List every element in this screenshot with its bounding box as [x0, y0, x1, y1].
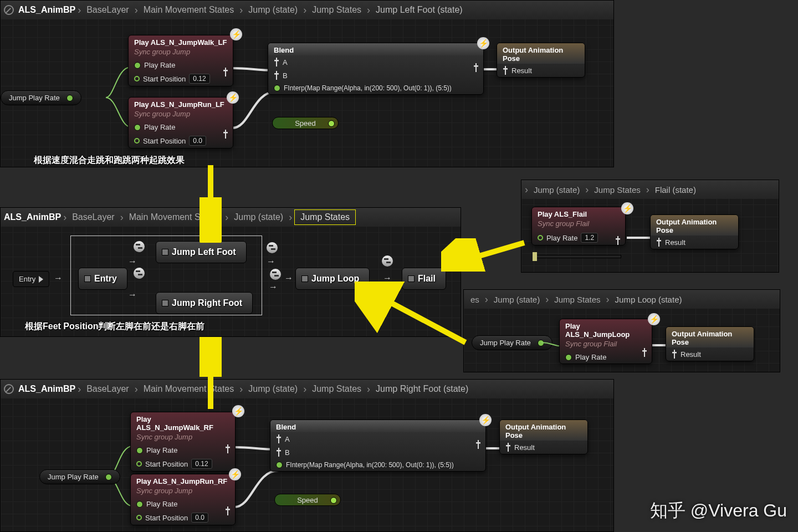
crumb-jumpstates[interactable]: Jump States: [591, 184, 643, 196]
node-output-pose[interactable]: Output Animation Pose Result: [497, 43, 585, 78]
pin-in[interactable]: [276, 462, 283, 468]
crumb-loop[interactable]: Jump Loop (state): [612, 294, 686, 305]
breadcrumb-sm[interactable]: ALS_AnimBP › BaseLayer › Main Movement S…: [1, 208, 461, 227]
pose-icon: [276, 448, 282, 457]
crumb-rf[interactable]: Jump Right Foot (state): [372, 383, 472, 395]
node-play-walk-lf[interactable]: Play ALS_N_JumpWalk_LF Sync group Jump P…: [128, 35, 233, 86]
breadcrumb-rf[interactable]: ALS_AnimBP › BaseLayer › Main Movement S…: [1, 380, 613, 398]
node-play-run-lf[interactable]: Play ALS_N_JumpRun_LF Sync group Jump Pl…: [128, 97, 233, 149]
pin-in[interactable]: [538, 235, 543, 241]
value-box[interactable]: 0.12: [189, 74, 209, 84]
fastpath-icon: ⚡: [477, 37, 489, 49]
state-jump-left-foot[interactable]: Jump Left Foot: [156, 241, 247, 263]
var-jump-play-rate[interactable]: Jump Play Rate: [472, 335, 553, 350]
pin-in[interactable]: [134, 76, 140, 81]
var-jump-play-rate[interactable]: Jump Play Rate: [39, 469, 120, 484]
crumb-root[interactable]: ALS_AnimBP: [18, 384, 75, 394]
value-box[interactable]: 1.2: [581, 233, 598, 243]
pin-out[interactable]: [538, 340, 544, 346]
pin-in[interactable]: [136, 461, 142, 467]
node-play-loop[interactable]: Play ALS_N_JumpLoop Sync group Flail Pla…: [559, 319, 652, 364]
pin-in[interactable]: [134, 124, 141, 131]
pin-label: A: [285, 435, 290, 443]
crumb-jumpstates[interactable]: Jump States: [309, 4, 365, 16]
crumb-mms[interactable]: Main Movement States: [140, 4, 238, 16]
crumb-root[interactable]: ALS_AnimBP: [18, 5, 75, 15]
blueprint-icon: [4, 384, 14, 394]
pin-in[interactable]: [134, 62, 141, 69]
breadcrumb-flail[interactable]: › Jump (state) › Jump States › Flail (st…: [521, 180, 779, 199]
node-output-pose[interactable]: Output Animation Pose Result: [666, 326, 754, 361]
crumb-mms[interactable]: Main Movement States: [140, 383, 238, 395]
node-title: Output Animation Pose: [497, 43, 585, 64]
node-play-walk-rf[interactable]: Play ALS_N_JumpWalk_RF Sync group Jump P…: [130, 412, 236, 472]
node-subtitle: Sync group Flail: [560, 340, 652, 351]
node-play-flail[interactable]: Play ALS_Flail Sync group Flail Play Rat…: [531, 207, 626, 245]
crumb-jumpstates-highlight[interactable]: Jump States: [294, 209, 356, 225]
crumb-base[interactable]: BaseLayer: [83, 4, 132, 16]
state-flail[interactable]: Flail: [402, 268, 446, 290]
crumb-jumpstates[interactable]: Jump States: [551, 294, 603, 305]
node-blend[interactable]: Blend A B FInterp(Map Range(Alpha, in(20…: [268, 43, 484, 95]
pin-in[interactable]: [136, 515, 142, 520]
entry-tab[interactable]: Entry: [13, 271, 49, 287]
var-speed[interactable]: Speed: [274, 494, 341, 506]
state-entry[interactable]: Entry: [78, 268, 127, 290]
value-box[interactable]: 0.0: [189, 136, 206, 146]
breadcrumb-loop[interactable]: es › Jump (state) › Jump States › Jump L…: [464, 290, 780, 309]
crumb-jumpstates[interactable]: Jump States: [309, 383, 365, 395]
transition-icon[interactable]: [134, 241, 145, 252]
pin-in[interactable]: [136, 447, 143, 454]
pin-label: Play Rate: [144, 61, 175, 69]
transition-icon[interactable]: [267, 242, 278, 253]
var-jump-play-rate[interactable]: Jump Play Rate: [1, 90, 81, 105]
timeline-slider[interactable]: [533, 255, 621, 258]
chevron-icon: ›: [303, 383, 306, 395]
node-output-pose[interactable]: Output Animation Pose Result: [499, 420, 588, 454]
crumb-jump[interactable]: Jump (state): [530, 184, 583, 196]
crumb-jump[interactable]: Jump (state): [245, 383, 301, 395]
crumb-lf[interactable]: Jump Left Foot (state): [372, 4, 466, 16]
node-title: Play ALS_N_JumpLoop: [560, 319, 652, 340]
annotation-mid: 根据Feet Position判断左脚在前还是右脚在前: [25, 321, 204, 332]
state-jump-loop[interactable]: Jump Loop: [295, 268, 370, 290]
node-title: Blend: [268, 43, 483, 55]
pin-out[interactable]: [66, 95, 73, 101]
value-box[interactable]: 0.0: [191, 513, 208, 523]
panel-flail: › Jump (state) › Jump States › Flail (st…: [521, 180, 779, 273]
var-speed[interactable]: Speed: [272, 117, 339, 129]
transition-icon[interactable]: [270, 269, 281, 280]
node-subtitle: Sync group Jump: [131, 487, 235, 498]
crumb-flail[interactable]: Flail (state): [652, 184, 699, 196]
crumb-jump[interactable]: Jump (state): [245, 4, 301, 16]
pin-in[interactable]: [134, 138, 140, 144]
transition-icon[interactable]: [134, 268, 145, 279]
timeline-thumb[interactable]: [533, 252, 537, 261]
state-jump-right-foot[interactable]: Jump Right Foot: [156, 292, 253, 314]
crumb-root[interactable]: ALS_AnimBP: [4, 212, 61, 222]
node-title: Play ALS_Flail: [532, 207, 625, 219]
value-box[interactable]: 0.12: [191, 459, 212, 469]
node-output-pose[interactable]: Output Animation Pose Result: [650, 214, 739, 249]
pin-in[interactable]: [565, 354, 572, 361]
breadcrumb-lf[interactable]: ALS_AnimBP › BaseLayer › Main Movement S…: [1, 1, 613, 19]
pin-label: Play Rate: [144, 123, 175, 131]
pin-label: Start Position: [143, 137, 186, 145]
pin-label: Play Rate: [575, 353, 606, 361]
node-play-run-rf[interactable]: Play ALS_N_JumpRun_RF Sync group Jump Pl…: [130, 474, 236, 525]
crumb-jump[interactable]: Jump (state): [490, 294, 543, 305]
pin-out[interactable]: [105, 474, 112, 480]
crumb-partial[interactable]: es: [467, 294, 483, 305]
node-blend[interactable]: Blend A B FInterp(Map Range(Alpha, in(20…: [270, 420, 486, 472]
pin-in[interactable]: [274, 85, 280, 91]
arrow-icon: →: [128, 257, 137, 267]
transition-icon[interactable]: [382, 255, 393, 267]
crumb-base[interactable]: BaseLayer: [69, 211, 118, 223]
pin-in[interactable]: [136, 501, 143, 508]
chevron-icon: ›: [63, 212, 66, 223]
crumb-jump[interactable]: Jump (state): [231, 211, 287, 223]
annotation-top: 根据速度混合走跳和跑跳两种起跳效果: [34, 155, 185, 166]
crumb-base[interactable]: BaseLayer: [83, 383, 132, 395]
node-subtitle: Sync group Jump: [131, 433, 235, 444]
crumb-mms[interactable]: Main Movement States: [126, 211, 223, 223]
